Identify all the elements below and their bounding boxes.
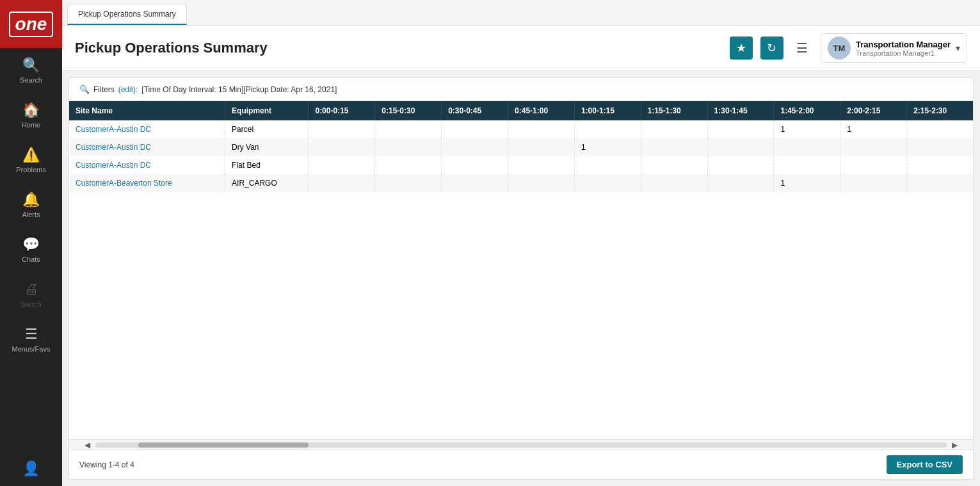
hamburger-icon: ☰: [796, 41, 808, 55]
table-header-row: Site NameEquipment0:00-0:150:15-0:300:30…: [69, 101, 973, 120]
sidebar: one 🔍 Search 🏠 Home ⚠️ Problems 🔔 Alerts…: [0, 0, 62, 486]
site-name-link[interactable]: CustomerA-Beaverton Store: [76, 179, 172, 188]
site-name-cell: CustomerA-Beaverton Store: [69, 174, 225, 192]
sidebar-item-chats[interactable]: 💬 Chats: [0, 227, 62, 272]
scrollbar-track: [95, 442, 947, 448]
table-header-col-3: 0:15-0:30: [375, 101, 442, 120]
warning-icon: ⚠️: [22, 147, 40, 163]
table-header-col-2: 0:00-0:15: [309, 101, 375, 120]
table-header-col-1: Equipment: [225, 101, 309, 120]
sidebar-item-label: Menus/Favs: [12, 345, 51, 353]
search-icon: 🔍: [22, 57, 40, 74]
tab-pickup-operations[interactable]: Pickup Operations Summary: [67, 4, 187, 25]
filters-text: [Time Of Day Interval: 15 Min][Pickup Da…: [141, 85, 337, 94]
value-cell: [641, 174, 707, 192]
sidebar-bottom: 👤: [0, 451, 62, 486]
filters-edit-link[interactable]: (edit):: [118, 85, 138, 94]
main-content: Pickup Operations Summary Pickup Operati…: [62, 0, 980, 486]
value-cell: [574, 120, 641, 138]
value-cell: 1: [574, 138, 641, 156]
table-header-col-5: 0:45-1:00: [508, 101, 575, 120]
table-row: CustomerA-Austin DCParcel11: [69, 120, 973, 138]
sidebar-item-label: Switch: [20, 300, 41, 308]
equipment-cell: AIR_CARGO: [225, 174, 309, 192]
value-cell: [442, 174, 508, 192]
data-table-wrapper: Site NameEquipment0:00-0:150:15-0:300:30…: [69, 101, 973, 439]
value-cell: [907, 174, 973, 192]
value-cell: [840, 174, 907, 192]
home-icon: 🏠: [22, 102, 40, 118]
value-cell: [309, 156, 375, 174]
value-cell: 1: [774, 120, 840, 138]
table-row: CustomerA-Austin DCDry Van1: [69, 138, 973, 156]
sidebar-item-label: Home: [22, 121, 40, 129]
value-cell: [707, 138, 774, 156]
value-cell: [840, 138, 907, 156]
value-cell: [508, 174, 575, 192]
sidebar-item-user-bottom[interactable]: 👤: [0, 451, 62, 486]
site-name-link[interactable]: CustomerA-Austin DC: [76, 161, 151, 170]
value-cell: [707, 174, 774, 192]
refresh-button[interactable]: ↻: [760, 36, 783, 60]
page-header: Pickup Operations Summary ★ ↻ ☰ TM Trans…: [62, 26, 980, 71]
value-cell: [508, 138, 575, 156]
avatar: TM: [828, 36, 851, 60]
horizontal-scrollbar[interactable]: ◀ ▶: [69, 439, 973, 450]
value-cell: [375, 174, 442, 192]
scroll-left-arrow[interactable]: ◀: [82, 441, 93, 450]
sidebar-item-menus[interactable]: ☰ Menus/Favs: [0, 317, 62, 362]
value-cell: 1: [840, 120, 907, 138]
table-header-col-11: 2:15-2:30: [907, 101, 973, 120]
table-row: CustomerA-Beaverton StoreAIR_CARGO1: [69, 174, 973, 192]
scrollbar-thumb[interactable]: [138, 442, 309, 448]
value-cell: [907, 156, 973, 174]
user-bottom-icon: 👤: [22, 460, 40, 477]
data-table: Site NameEquipment0:00-0:150:15-0:300:30…: [69, 101, 973, 192]
chat-icon: 💬: [22, 236, 40, 253]
menu-icon: ☰: [25, 326, 38, 343]
favorite-button[interactable]: ★: [730, 36, 753, 60]
equipment-cell: Dry Van: [225, 138, 309, 156]
switch-icon: 🖨: [24, 281, 38, 298]
table-header-col-6: 1:00-1:15: [574, 101, 641, 120]
value-cell: [574, 174, 641, 192]
value-cell: [641, 120, 707, 138]
sidebar-item-label: Chats: [22, 255, 40, 263]
value-cell: [707, 156, 774, 174]
table-header-col-9: 1:45-2:00: [774, 101, 840, 120]
hamburger-menu-button[interactable]: ☰: [791, 38, 813, 58]
value-cell: [641, 156, 707, 174]
user-role: Transportation Manager1: [856, 49, 951, 57]
value-cell: [774, 138, 840, 156]
value-cell: [375, 156, 442, 174]
value-cell: [375, 138, 442, 156]
sidebar-item-alerts[interactable]: 🔔 Alerts: [0, 182, 62, 227]
chevron-down-icon: ▾: [956, 43, 960, 53]
user-area[interactable]: TM Transportation Manager Transportation…: [821, 33, 967, 63]
sidebar-item-label: Problems: [16, 166, 45, 174]
user-name: Transportation Manager: [856, 40, 951, 49]
table-header-col-0: Site Name: [69, 101, 225, 120]
filters-label: Filters: [93, 85, 115, 94]
sidebar-logo[interactable]: one: [0, 0, 62, 48]
sidebar-item-search[interactable]: 🔍 Search: [0, 48, 62, 93]
content-card: 🔍 Filters (edit): [Time Of Day Interval:…: [68, 77, 974, 480]
site-name-link[interactable]: CustomerA-Austin DC: [76, 143, 151, 152]
export-csv-button[interactable]: Export to CSV: [887, 455, 963, 474]
value-cell: [508, 156, 575, 174]
site-name-link[interactable]: CustomerA-Austin DC: [76, 125, 151, 134]
value-cell: [375, 120, 442, 138]
sidebar-item-problems[interactable]: ⚠️ Problems: [0, 138, 62, 182]
site-name-cell: CustomerA-Austin DC: [69, 138, 225, 156]
value-cell: [840, 156, 907, 174]
sidebar-item-home[interactable]: 🏠 Home: [0, 93, 62, 138]
value-cell: [707, 120, 774, 138]
scroll-right-arrow[interactable]: ▶: [949, 441, 960, 450]
sidebar-item-switch[interactable]: 🖨 Switch: [0, 272, 62, 317]
filters-bar: 🔍 Filters (edit): [Time Of Day Interval:…: [69, 78, 973, 101]
table-header-col-7: 1:15-1:30: [641, 101, 707, 120]
value-cell: [442, 120, 508, 138]
page-title: Pickup Operations Summary: [75, 40, 722, 56]
bell-icon: 🔔: [22, 191, 40, 208]
value-cell: [774, 156, 840, 174]
